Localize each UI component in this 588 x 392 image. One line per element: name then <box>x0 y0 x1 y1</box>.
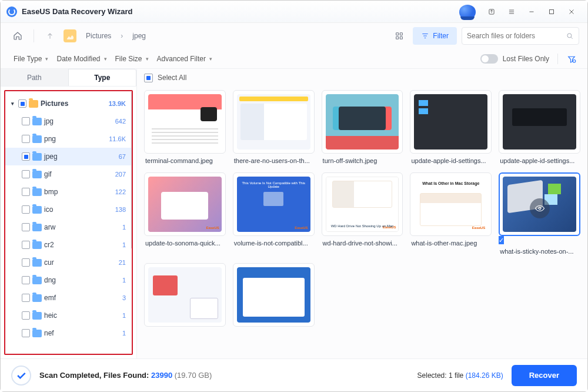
tree-item-cur[interactable]: cur21 <box>5 254 132 271</box>
file-card[interactable]: wd-hard-drive-not-showi... <box>322 172 403 255</box>
recover-button[interactable]: Recover <box>512 365 577 386</box>
file-card[interactable]: terminal-command.jpeg <box>144 90 226 164</box>
tree-item-bmp[interactable]: bmp122 <box>5 183 132 201</box>
preview-eye-icon[interactable] <box>530 198 550 218</box>
file-card[interactable]: update-apple-id-settings... <box>410 90 492 164</box>
filter-settings-icon[interactable] <box>566 54 577 64</box>
file-thumbnail[interactable] <box>410 172 492 236</box>
tree-checkbox[interactable] <box>22 311 30 320</box>
tree-checkbox[interactable] <box>18 99 26 108</box>
file-name: turn-off-switch.jpeg <box>322 157 403 164</box>
folder-icon <box>32 277 42 284</box>
tree-checkbox[interactable] <box>22 152 30 161</box>
share-icon[interactable] <box>482 5 502 19</box>
nav-bar: Pictures › jpeg Filter <box>1 23 587 49</box>
file-thumbnail[interactable] <box>410 90 492 154</box>
file-thumbnail[interactable] <box>233 172 315 236</box>
file-card[interactable]: what-is-other-mac.jpeg <box>410 172 492 255</box>
tree-item-jpg[interactable]: jpg642 <box>5 112 132 130</box>
file-card[interactable]: turn-off-switch.jpeg <box>322 90 403 164</box>
tree-checkbox[interactable] <box>22 223 30 231</box>
tree-item-png[interactable]: png11.6K <box>5 130 132 148</box>
file-name: wd-hard-drive-not-showi... <box>322 240 403 247</box>
up-button[interactable] <box>41 27 59 45</box>
menu-icon[interactable] <box>502 5 522 19</box>
home-button[interactable] <box>9 27 26 45</box>
tree-checkbox[interactable] <box>22 276 30 284</box>
file-name: there-are-no-users-on-th... <box>233 157 315 164</box>
file-thumbnail[interactable] <box>499 90 580 154</box>
breadcrumb-pictures[interactable]: Pictures <box>82 29 115 42</box>
tree-item-dng[interactable]: dng1 <box>5 271 132 289</box>
tree-checkbox[interactable] <box>22 294 30 302</box>
tree-item-ico[interactable]: ico138 <box>5 201 132 218</box>
svg-rect-4 <box>396 36 399 39</box>
tree-count: 642 <box>115 118 126 125</box>
tree-item-gif[interactable]: gif207 <box>5 165 132 183</box>
folder-icon <box>32 206 42 214</box>
tree-item-heic[interactable]: heic1 <box>5 307 132 324</box>
divider <box>34 29 34 42</box>
file-card[interactable]: volume-is-not-compatibl... <box>233 172 315 255</box>
file-thumbnail[interactable] <box>144 90 226 154</box>
folder-icon <box>32 153 42 161</box>
tree-checkbox[interactable] <box>22 241 30 249</box>
lost-files-toggle[interactable] <box>480 54 498 64</box>
tree-item-nef[interactable]: nef1 <box>5 324 132 342</box>
tree-checkbox[interactable] <box>22 170 30 178</box>
file-thumbnail[interactable] <box>322 172 403 236</box>
tree-checkbox[interactable] <box>22 258 30 267</box>
collapse-icon[interactable]: ▾ <box>9 101 16 107</box>
file-thumbnail[interactable] <box>233 263 315 327</box>
tree-item-jpeg[interactable]: jpeg67 <box>5 148 132 165</box>
search-input[interactable] <box>467 32 566 40</box>
filter-button[interactable]: Filter <box>413 27 457 45</box>
tree-checkbox[interactable] <box>22 188 30 196</box>
filter-advanced[interactable]: Advanced Filter▾ <box>155 52 215 65</box>
file-thumbnail[interactable] <box>144 172 226 236</box>
title-bar: EaseUS Data Recovery Wizard <box>1 1 587 23</box>
view-grid-button[interactable] <box>390 27 408 45</box>
tree-count: 11.6K <box>109 135 126 142</box>
tab-type[interactable]: Type <box>68 69 137 86</box>
tree-checkbox[interactable] <box>22 205 30 214</box>
search-box[interactable] <box>462 27 579 45</box>
select-all-checkbox[interactable] <box>144 74 153 82</box>
tree-checkbox[interactable] <box>22 117 30 125</box>
file-card[interactable]: update-to-sonoma-quick... <box>144 172 226 255</box>
file-card[interactable]: update-apple-id-settings... <box>499 90 580 164</box>
file-card[interactable]: there-are-no-users-on-th... <box>233 90 315 164</box>
filter-file-type[interactable]: File Type▾ <box>11 52 51 65</box>
filter-date-modified[interactable]: Date Modified▾ <box>54 52 109 65</box>
folder-icon <box>32 224 42 231</box>
breadcrumb-jpeg[interactable]: jpeg <box>129 29 149 42</box>
tree-checkbox[interactable] <box>22 329 30 337</box>
tab-path[interactable]: Path <box>1 69 68 86</box>
file-thumbnail[interactable] <box>322 90 403 154</box>
close-icon[interactable] <box>562 5 582 19</box>
tree-label: ico <box>44 205 113 214</box>
file-checkbox[interactable] <box>499 236 504 244</box>
file-card[interactable] <box>233 263 315 330</box>
file-card[interactable] <box>144 263 226 330</box>
tree-label: jpg <box>44 117 113 125</box>
file-name: terminal-command.jpeg <box>144 157 226 164</box>
tree-label: nef <box>44 329 120 337</box>
tree-item-emf[interactable]: emf3 <box>5 289 132 307</box>
file-thumbnail[interactable] <box>144 263 226 327</box>
footer-bar: Scan Completed, Files Found: 23990 (19.7… <box>1 358 587 391</box>
filter-button-label: Filter <box>433 32 449 40</box>
tree-count: 1 <box>122 330 126 337</box>
minimize-icon[interactable] <box>522 5 542 19</box>
tree-item-arw[interactable]: arw1 <box>5 218 132 236</box>
svg-rect-5 <box>400 36 403 39</box>
tree-item-cr2[interactable]: cr21 <box>5 236 132 254</box>
tree-pictures[interactable]: ▾Pictures13.9K <box>5 95 132 112</box>
filter-file-size[interactable]: File Size▾ <box>113 52 151 65</box>
file-card[interactable]: what-is-sticky-notes-on-... <box>499 172 580 255</box>
tree-checkbox[interactable] <box>22 135 30 143</box>
maximize-icon[interactable] <box>542 5 562 19</box>
sidebar-scrollbar[interactable] <box>131 91 133 249</box>
file-thumbnail[interactable] <box>233 90 315 154</box>
mascot-icon[interactable] <box>459 5 476 19</box>
